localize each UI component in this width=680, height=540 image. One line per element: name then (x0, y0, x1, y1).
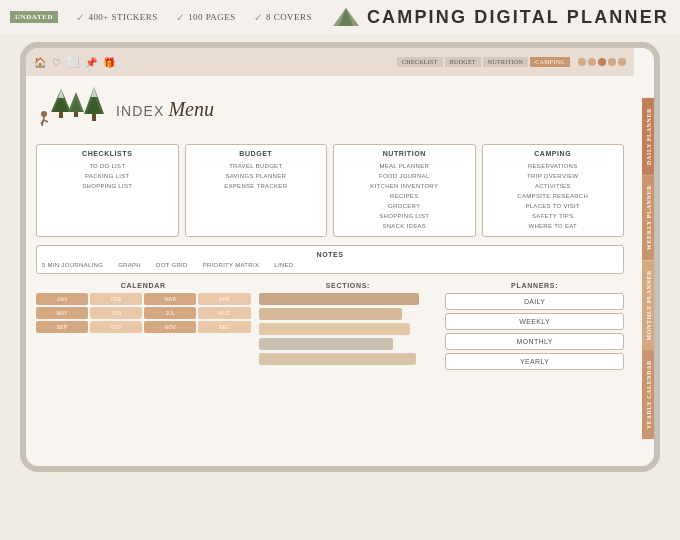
notes-section: NOTES 5 MIN JOURNALING GRAPH DOT GRID PR… (36, 245, 624, 274)
planner-monthly[interactable]: MONTHLY (445, 333, 624, 350)
planner-yearly[interactable]: YEARLY (445, 353, 624, 370)
camping-item-4[interactable]: CAMPSITE RESEARCH (488, 191, 619, 201)
checklist-item-2[interactable]: PACKING LIST (42, 171, 173, 181)
nutrition-box: NUTRITION MEAL PLANNER FOOD JOURNAL KITC… (333, 144, 476, 237)
main-title: CAMPING DIGITAL PLANNER (367, 7, 669, 28)
calendar-grid: JAN FEB MAR APR MAY JUN JUL AUG SEP OCT … (36, 293, 251, 333)
tablet-button[interactable] (658, 245, 660, 269)
budget-item-1[interactable]: TRAVEL BUDGET (191, 161, 322, 171)
menu-label: Menu (168, 98, 214, 120)
budget-item-2[interactable]: SAVINGS PLANNER (191, 171, 322, 181)
cal-jun[interactable]: JUN (90, 307, 142, 319)
checklists-title: CHECKLISTS (42, 150, 173, 157)
nav-dot-4[interactable] (608, 58, 616, 66)
nutrition-item-3[interactable]: KITCHEN INVENTORY (339, 181, 470, 191)
svg-marker-16 (91, 87, 97, 97)
pages-label: 100 PAGES (188, 12, 235, 22)
sections-bars: SECTIONS: (259, 282, 438, 373)
cal-jan[interactable]: JAN (36, 293, 88, 305)
camping-item-3[interactable]: ACTIVITIES (488, 181, 619, 191)
top-banner: UNDATED ✓ 400+ STICKERS ✓ 100 PAGES ✓ 8 … (0, 0, 680, 34)
section-bar-4 (259, 338, 393, 350)
budget-title: BUDGET (191, 150, 322, 157)
outer-frame: UNDATED ✓ 400+ STICKERS ✓ 100 PAGES ✓ 8 … (0, 0, 680, 540)
cal-sep[interactable]: SEP (36, 321, 88, 333)
cal-mar[interactable]: MAR (144, 293, 196, 305)
calendar-section: CALENDAR JAN FEB MAR APR MAY JUN JUL AUG… (36, 282, 251, 373)
gift-icon[interactable]: 🎁 (103, 57, 115, 68)
nutrition-item-1[interactable]: MEAL PLANNER (339, 161, 470, 171)
camping-item-7[interactable]: WHERE TO EAT (488, 221, 619, 231)
tab-yearly-calendar[interactable]: YEARLY CALENDAR (642, 350, 656, 439)
nav-dots (578, 58, 626, 66)
cal-feb[interactable]: FEB (90, 293, 142, 305)
notes-title: NOTES (42, 251, 618, 258)
nav-dot-1[interactable] (578, 58, 586, 66)
top-nav: 🏠 ♡ ⬜ 📌 🎁 CHECKLIST BUDGET NUTRITION CAM… (26, 48, 634, 76)
right-tabs: DAILY PLANNER WEEKLY PLANNER MONTHLY PLA… (642, 98, 656, 440)
cal-oct[interactable]: OCT (90, 321, 142, 333)
sections-label: SECTIONS: (259, 282, 438, 289)
cal-aug[interactable]: AUG (198, 307, 250, 319)
check-icon-3: ✓ (254, 12, 262, 23)
tab-daily-planner[interactable]: DAILY PLANNER (642, 98, 656, 175)
checklists-box: CHECKLISTS TO DO LIST PACKING LIST SHOPP… (36, 144, 179, 237)
calendar-label: CALENDAR (36, 282, 251, 289)
nav-tab-camping[interactable]: CAMPING (530, 57, 570, 67)
check-icon-1: ✓ (76, 12, 84, 23)
check-icon-2: ✓ (176, 12, 184, 23)
checklist-item-3[interactable]: SHOPPING LIST (42, 181, 173, 191)
nutrition-item-4[interactable]: RECIPES (339, 191, 470, 201)
heart-icon[interactable]: ♡ (52, 57, 61, 68)
checklist-item-1[interactable]: TO DO LIST (42, 161, 173, 171)
cal-may[interactable]: MAY (36, 307, 88, 319)
page-icon[interactable]: ⬜ (67, 57, 79, 68)
main-content: INDEX Menu CHECKLISTS TO DO LIST PACKING… (26, 76, 634, 466)
nav-icons: 🏠 ♡ ⬜ 📌 🎁 (34, 57, 115, 68)
notes-items: 5 MIN JOURNALING GRAPH DOT GRID PRIORITY… (42, 262, 618, 268)
undated-badge: UNDATED (10, 11, 58, 23)
budget-item-3[interactable]: EXPENSE TRACKER (191, 181, 322, 191)
section-bar-5 (259, 353, 416, 365)
notes-item-4[interactable]: PRIORITY MATRIX (203, 262, 260, 268)
nutrition-item-2[interactable]: FOOD JOURNAL (339, 171, 470, 181)
cal-apr[interactable]: APR (198, 293, 250, 305)
cal-dec[interactable]: DEC (198, 321, 250, 333)
planner-weekly[interactable]: WEEKLY (445, 313, 624, 330)
planner-daily[interactable]: DAILY (445, 293, 624, 310)
nutrition-item-5[interactable]: GROCERY (339, 201, 470, 211)
tab-weekly-planner[interactable]: WEEKLY PLANNER (642, 175, 656, 260)
budget-box: BUDGET TRAVEL BUDGET SAVINGS PLANNER EXP… (185, 144, 328, 237)
svg-rect-11 (74, 112, 78, 117)
stickers-feature: ✓ 400+ STICKERS (76, 12, 158, 23)
home-icon[interactable]: 🏠 (34, 57, 46, 68)
nutrition-item-6[interactable]: SHOPPING LIST (339, 211, 470, 221)
nav-tab-checklist[interactable]: CHECKLIST (397, 57, 443, 67)
notes-item-3[interactable]: DOT GRID (156, 262, 188, 268)
camping-box: CAMPING RESERVATIONS TRIP OVERVIEW ACTIV… (482, 144, 625, 237)
nav-tab-budget[interactable]: BUDGET (445, 57, 481, 67)
tab-monthly-planner[interactable]: MONTHLY PLANNER (642, 260, 656, 350)
cal-jul[interactable]: JUL (144, 307, 196, 319)
cal-nov[interactable]: NOV (144, 321, 196, 333)
camping-item-2[interactable]: TRIP OVERVIEW (488, 171, 619, 181)
notes-item-5[interactable]: LINED (274, 262, 293, 268)
tent-icon (331, 6, 361, 28)
nav-dot-3[interactable] (598, 58, 606, 66)
camping-item-6[interactable]: SAFETY TIPS (488, 211, 619, 221)
sections-grid: CHECKLISTS TO DO LIST PACKING LIST SHOPP… (36, 144, 624, 237)
nav-tab-nutrition[interactable]: NUTRITION (483, 57, 528, 67)
covers-label: 8 COVERS (266, 12, 312, 22)
notes-item-1[interactable]: 5 MIN JOURNALING (42, 262, 103, 268)
tablet-container: 🏠 ♡ ⬜ 📌 🎁 CHECKLIST BUDGET NUTRITION CAM… (20, 42, 660, 472)
index-label-group: INDEX Menu (116, 98, 214, 121)
svg-line-5 (44, 120, 48, 122)
planners-label: PLANNERS: (445, 282, 624, 289)
pin-icon[interactable]: 📌 (85, 57, 97, 68)
camping-item-5[interactable]: PLACES TO VISIT (488, 201, 619, 211)
nutrition-item-7[interactable]: SNACK IDEAS (339, 221, 470, 231)
nav-dot-2[interactable] (588, 58, 596, 66)
camping-item-1[interactable]: RESERVATIONS (488, 161, 619, 171)
nav-dot-5[interactable] (618, 58, 626, 66)
notes-item-2[interactable]: GRAPH (118, 262, 141, 268)
